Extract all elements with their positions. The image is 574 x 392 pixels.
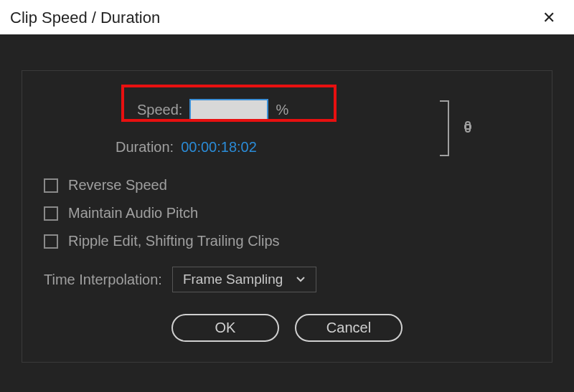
ok-button[interactable]: OK (171, 314, 279, 342)
ripple-edit-checkbox[interactable]: Ripple Edit, Shifting Trailing Clips (44, 233, 530, 249)
reverse-speed-label: Reverse Speed (68, 177, 167, 193)
dialog-content: Speed: % Duration: 00:00:18:02 (0, 34, 574, 392)
chevron-down-icon (296, 273, 306, 286)
duration-value[interactable]: 00:00:18:02 (181, 139, 257, 156)
link-icon[interactable] (463, 118, 473, 139)
time-interpolation-dropdown[interactable]: Frame Sampling (172, 267, 316, 292)
close-icon[interactable]: ✕ (538, 7, 560, 29)
dialog-window: Clip Speed / Duration ✕ Speed: % Duratio… (0, 0, 574, 392)
dialog-button-row: OK Cancel (44, 314, 530, 342)
bracket-icon (438, 97, 453, 160)
cancel-button[interactable]: Cancel (295, 314, 403, 342)
checkbox-group: Reverse Speed Maintain Audio Pitch Rippl… (44, 177, 530, 249)
time-interpolation-label: Time Interpolation: (44, 272, 162, 288)
dropdown-selected-text: Frame Sampling (183, 272, 283, 287)
speed-input[interactable] (189, 99, 268, 120)
reverse-speed-checkbox[interactable]: Reverse Speed (44, 177, 530, 193)
ripple-edit-label: Ripple Edit, Shifting Trailing Clips (68, 233, 280, 249)
checkbox-box-icon (44, 206, 58, 221)
checkbox-box-icon (44, 178, 58, 193)
speed-label: Speed: (137, 102, 182, 118)
dialog-title: Clip Speed / Duration (10, 9, 160, 27)
duration-label: Duration: (116, 139, 174, 156)
speed-duration-link-bracket (438, 97, 473, 160)
titlebar: Clip Speed / Duration ✕ (0, 0, 574, 34)
speed-unit: % (276, 102, 288, 118)
speed-duration-area: Speed: % Duration: 00:00:18:02 (44, 88, 530, 163)
maintain-audio-pitch-checkbox[interactable]: Maintain Audio Pitch (44, 205, 530, 221)
checkbox-box-icon (44, 234, 58, 249)
time-interpolation-row: Time Interpolation: Frame Sampling (44, 267, 530, 292)
maintain-audio-pitch-label: Maintain Audio Pitch (68, 205, 198, 221)
settings-panel: Speed: % Duration: 00:00:18:02 (22, 70, 552, 363)
